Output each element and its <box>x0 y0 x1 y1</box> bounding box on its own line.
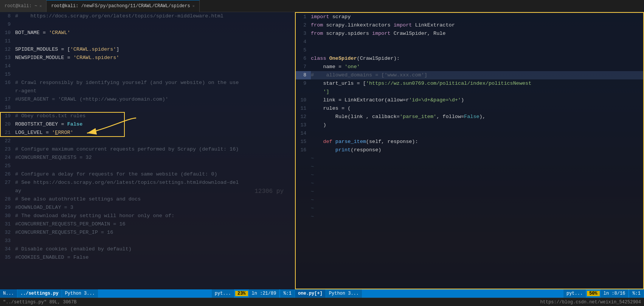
right-lang: Python 3... <box>326 289 362 298</box>
r-code-line-13: 13 ) <box>296 121 643 129</box>
right-editor-panel: 1 import scrapy 2 from scrapy.linkextrac… <box>295 12 644 289</box>
r-code-line-1: 1 import scrapy <box>296 13 643 21</box>
left-percent-label: pyt... <box>212 289 234 298</box>
r-code-line-11: 11 rules = ( <box>296 104 643 113</box>
code-line-27: 27 # See https://docs.scrapy.org/en/late… <box>0 179 295 187</box>
code-line-35: 35 #COOKIES_ENABLED = False <box>0 253 295 262</box>
r-code-line-5: 5 <box>296 46 643 54</box>
code-line-20: 20 ROBOTSTXT_OBEY = False <box>0 120 295 129</box>
right-status-bar: one.py[+] Python 3... pyt... 50% ln :8/1… <box>295 289 644 298</box>
code-line-10: 10 BOT_NAME = 'CRAWL' <box>0 29 295 37</box>
tilde-3: ~ <box>296 171 643 179</box>
code-line-22: 22 <box>0 137 295 145</box>
tab-close-icon[interactable]: ✕ <box>39 4 42 8</box>
code-line-23: 23 # Configure maximum concurrent reques… <box>0 145 295 154</box>
tilde-8: ~ <box>296 213 643 221</box>
r-code-line-2: 2 from scrapy.linkextractors import Link… <box>296 21 643 30</box>
tilde-6: ~ <box>296 196 643 204</box>
right-file: one.py[+] <box>295 289 326 298</box>
r-code-line-14: 14 <box>296 129 643 138</box>
r-code-line-10: 10 link = LinkExtractor(allow=r'id=\d+&p… <box>296 96 643 104</box>
left-lang: Python 3... <box>62 289 98 298</box>
code-line-17: 17 #USER_AGENT = 'CRAWL (+http://www.you… <box>0 95 295 104</box>
r-code-line-6: 6 class OneSpider(CrawlSpider): <box>296 54 643 63</box>
code-line-24: 24 #CONCURRENT_REQUESTS = 32 <box>0 154 295 162</box>
tilde-4: ~ <box>296 179 643 188</box>
code-line-11: 11 <box>0 37 295 45</box>
code-line-8: 8 # https://docs.scrapy.org/en/latest/to… <box>0 12 295 20</box>
code-line-16b: r-agent <box>0 87 295 95</box>
tilde-7: ~ <box>296 204 643 213</box>
r-code-line-7: 7 name = 'one' <box>296 63 643 71</box>
code-line-19: 19 # Obey robots.txt rules <box>0 112 295 120</box>
tab-close-icon-2[interactable]: ✕ <box>192 4 195 8</box>
r-code-line-9b: '] <box>296 88 643 96</box>
code-line-25: 25 <box>0 162 295 170</box>
code-line-26: 26 # Configure a delay for requests for … <box>0 170 295 179</box>
tilde-5: ~ <box>296 188 643 196</box>
r-code-line-3: 3 from scrapy.spiders import CrawlSpider… <box>296 30 643 38</box>
code-line-33: 33 <box>0 237 295 245</box>
code-line-28: 28 # See also autothrottle settings and … <box>0 195 295 203</box>
tab-spiders[interactable]: root@kali: /newFS/py/pachong/11/CRAWL/CR… <box>47 0 199 12</box>
dual-bottom-bar: "../settings.py" 89L, 3067B https://blog… <box>0 298 644 306</box>
tab-terminal-home[interactable]: root@kali: ~ ✕ <box>0 0 47 12</box>
one-editor: 1 import scrapy 2 from scrapy.linkextrac… <box>296 13 643 289</box>
dual-status-bar: N... ../settings.py Python 3... pyt... 2… <box>0 289 644 298</box>
left-editor-panel: 8 # https://docs.scrapy.org/en/latest/to… <box>0 12 295 289</box>
left-position: 23% <box>235 291 248 296</box>
content-area: 8 # https://docs.scrapy.org/en/latest/to… <box>0 12 644 289</box>
r-code-line-15: 15 def parse_item(self, response): <box>296 138 643 146</box>
code-line-15: 15 <box>0 70 295 79</box>
left-line-info: ln :21/89 <box>249 289 279 298</box>
code-line-31: 31 #CONCURRENT_REQUESTS_PER_DOMAIN = 16 <box>0 220 295 228</box>
left-col: %:1 <box>280 289 295 298</box>
settings-editor: 8 # https://docs.scrapy.org/en/latest/to… <box>0 12 295 289</box>
left-status-bar: N... ../settings.py Python 3... pyt... 2… <box>0 289 295 298</box>
r-code-line-12: 12 Rule(link , callback='parse_item', fo… <box>296 113 643 121</box>
code-line-27b: ay <box>0 187 295 195</box>
r-code-line-4: 4 <box>296 38 643 46</box>
code-line-21: 21 LOG_LEVEL = 'ERROR' <box>0 129 295 137</box>
r-code-line-16: 16 print(response) <box>296 146 643 154</box>
code-line-13: 13 NEWSPIDER_MODULE = 'CRAWL.spiders' <box>0 54 295 62</box>
code-line-12: 12 SPIDER_MODULES = ['CRAWL.spiders'] <box>0 45 295 54</box>
code-line-32: 32 #CONCURRENT_REQUESTS_PER_IP = 16 <box>0 228 295 237</box>
right-col: %:1 <box>629 289 644 298</box>
code-line-16: 16 # Crawl responsibly by identifying yo… <box>0 79 295 87</box>
code-line-18: 18 <box>0 104 295 112</box>
tilde-1: ~ <box>296 154 643 163</box>
left-mode: N... <box>0 289 17 298</box>
r-code-line-8: 8 # allowed_domains = ['www.xxx.com'] <box>296 71 643 79</box>
left-file: ../settings.py <box>17 289 62 298</box>
code-line-29: 29 #DOWNLOAD_DELAY = 3 <box>0 203 295 212</box>
left-bottom-bar: "../settings.py" 89L, 3067B <box>0 298 295 306</box>
code-line-14: 14 <box>0 62 295 70</box>
right-position: 50% <box>587 291 600 296</box>
code-line-34: 34 # Disable cookies (enabled by default… <box>0 245 295 253</box>
right-bottom-bar: https://blog.csdn.net/weixin_54252904 <box>295 298 644 306</box>
right-line-info: ln :8/16 <box>601 289 628 298</box>
code-line-30: 30 # The download delay setting will hon… <box>0 212 295 220</box>
r-code-line-9: 9 start_urls = ['https://wz.sun0769.com/… <box>296 79 643 88</box>
tilde-2: ~ <box>296 163 643 171</box>
tab-bar: root@kali: ~ ✕ root@kali: /newFS/py/pach… <box>0 0 644 12</box>
right-percent-label: pyt... <box>563 289 586 298</box>
code-line-9: 9 <box>0 20 295 29</box>
